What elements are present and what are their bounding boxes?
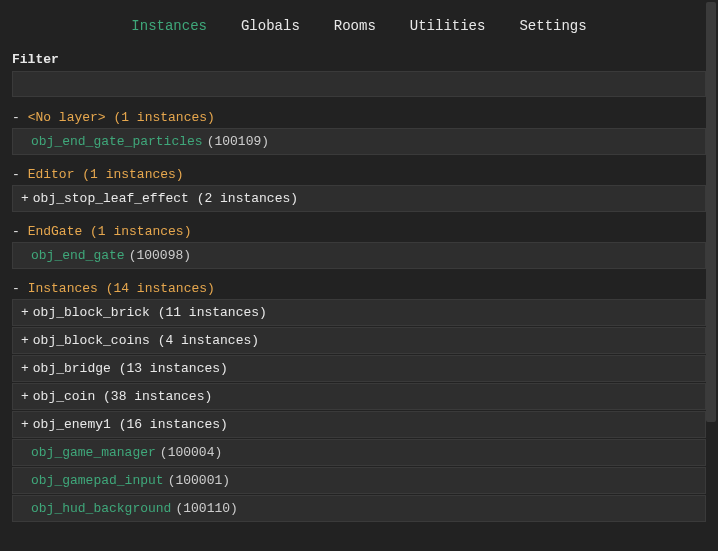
layer-header[interactable]: - EndGate (1 instances) bbox=[12, 221, 706, 242]
instance-group[interactable]: + obj_bridge (13 instances) bbox=[12, 355, 706, 382]
scrollbar[interactable] bbox=[706, 2, 716, 422]
tab-settings[interactable]: Settings bbox=[519, 18, 586, 34]
instance-id: (100004) bbox=[160, 445, 222, 460]
collapse-icon: - bbox=[12, 281, 20, 296]
collapse-icon: - bbox=[12, 110, 20, 125]
layer-count: (1 instances) bbox=[113, 110, 214, 125]
layer-count: (14 instances) bbox=[106, 281, 215, 296]
instance-name: obj_game_manager bbox=[31, 445, 156, 460]
filter-label: Filter bbox=[12, 52, 706, 67]
tab-bar: Instances Globals Rooms Utilities Settin… bbox=[0, 0, 718, 52]
layer-name: EndGate bbox=[28, 224, 83, 239]
expand-icon: + bbox=[21, 191, 29, 206]
instance-leaf[interactable]: obj_hud_background (100110) bbox=[12, 495, 706, 522]
layer-header[interactable]: - Editor (1 instances) bbox=[12, 164, 706, 185]
group-label: obj_coin (38 instances) bbox=[33, 389, 212, 404]
layer-header[interactable]: - Instances (14 instances) bbox=[12, 278, 706, 299]
group-label: obj_stop_leaf_effect (2 instances) bbox=[33, 191, 298, 206]
instance-group[interactable]: + obj_enemy1 (16 instances) bbox=[12, 411, 706, 438]
instance-group[interactable]: + obj_block_coins (4 instances) bbox=[12, 327, 706, 354]
instance-leaf[interactable]: obj_end_gate_particles (100109) bbox=[12, 128, 706, 155]
group-label: obj_enemy1 (16 instances) bbox=[33, 417, 228, 432]
layer-count: (1 instances) bbox=[82, 167, 183, 182]
group-label: obj_bridge (13 instances) bbox=[33, 361, 228, 376]
instance-id: (100001) bbox=[168, 473, 230, 488]
expand-icon: + bbox=[21, 333, 29, 348]
instance-group[interactable]: + obj_coin (38 instances) bbox=[12, 383, 706, 410]
layer-header[interactable]: - <No layer> (1 instances) bbox=[12, 107, 706, 128]
instance-id: (100098) bbox=[129, 248, 191, 263]
tab-rooms[interactable]: Rooms bbox=[334, 18, 376, 34]
layer-name: Instances bbox=[28, 281, 98, 296]
collapse-icon: - bbox=[12, 224, 20, 239]
instance-group[interactable]: + obj_block_brick (11 instances) bbox=[12, 299, 706, 326]
filter-input[interactable] bbox=[12, 71, 706, 97]
tab-utilities[interactable]: Utilities bbox=[410, 18, 486, 34]
expand-icon: + bbox=[21, 305, 29, 320]
group-label: obj_block_coins (4 instances) bbox=[33, 333, 259, 348]
expand-icon: + bbox=[21, 389, 29, 404]
instance-id: (100109) bbox=[207, 134, 269, 149]
instance-name: obj_gamepad_input bbox=[31, 473, 164, 488]
instance-leaf[interactable]: obj_game_manager (100004) bbox=[12, 439, 706, 466]
instance-leaf[interactable]: obj_end_gate (100098) bbox=[12, 242, 706, 269]
instance-name: obj_hud_background bbox=[31, 501, 171, 516]
instance-name: obj_end_gate_particles bbox=[31, 134, 203, 149]
instance-leaf[interactable]: obj_gamepad_input (100001) bbox=[12, 467, 706, 494]
group-label: obj_block_brick (11 instances) bbox=[33, 305, 267, 320]
instance-name: obj_end_gate bbox=[31, 248, 125, 263]
tab-globals[interactable]: Globals bbox=[241, 18, 300, 34]
collapse-icon: - bbox=[12, 167, 20, 182]
expand-icon: + bbox=[21, 417, 29, 432]
instance-group[interactable]: + obj_stop_leaf_effect (2 instances) bbox=[12, 185, 706, 212]
layer-count: (1 instances) bbox=[90, 224, 191, 239]
tab-instances[interactable]: Instances bbox=[131, 18, 207, 34]
expand-icon: + bbox=[21, 361, 29, 376]
layer-name: Editor bbox=[28, 167, 75, 182]
instance-id: (100110) bbox=[175, 501, 237, 516]
layer-name: <No layer> bbox=[28, 110, 106, 125]
